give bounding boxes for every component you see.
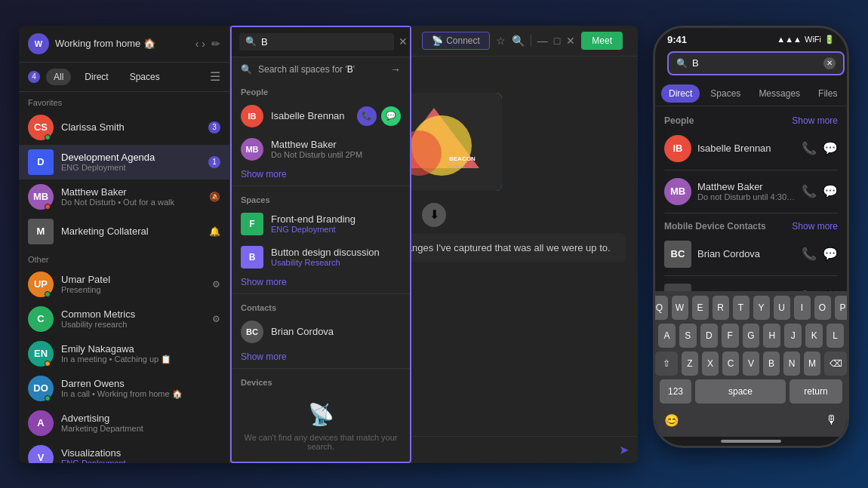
maximize-icon[interactable]: □ — [554, 35, 560, 47]
mobile-tab-messages[interactable]: Messages — [751, 84, 808, 103]
mobile-search-input[interactable] — [692, 57, 819, 69]
kb-shift[interactable]: ⇧ — [655, 351, 678, 376]
sidebar-header: W Working from home 🏠 ‹ › ✏ — [19, 26, 229, 63]
spaces-show-more[interactable]: Show more — [232, 274, 410, 290]
mobile-contacts-show-more[interactable]: Show more — [792, 221, 838, 232]
kb-v[interactable]: V — [743, 351, 759, 376]
connect-button[interactable]: 📡 Connect — [422, 32, 490, 50]
kb-l[interactable]: L — [826, 324, 844, 348]
people-show-more[interactable]: Show more — [232, 166, 410, 183]
search-space-button[interactable]: B Button design discussion Usability Res… — [232, 241, 410, 274]
kb-x[interactable]: X — [702, 351, 719, 376]
minimize-icon[interactable]: — — [537, 35, 548, 47]
meet-button[interactable]: Meet — [581, 32, 623, 50]
kb-return[interactable]: return — [790, 379, 842, 404]
settings-icon-umar[interactable]: ⚙ — [212, 279, 220, 290]
send-button[interactable]: ➤ — [619, 443, 629, 457]
search-close-icon[interactable]: ✕ — [399, 35, 408, 48]
kb-g[interactable]: G — [743, 324, 760, 348]
mobile-call-isabelle[interactable]: 📞 — [802, 141, 817, 155]
kb-q[interactable]: Q — [653, 296, 668, 320]
kb-m[interactable]: M — [804, 351, 820, 376]
more-options-icon[interactable]: ☆ — [496, 35, 506, 47]
mobile-chat-brian[interactable]: 💬 — [823, 247, 838, 261]
kb-r[interactable]: R — [713, 296, 729, 320]
mobile-contact-bellatrix[interactable]: BP Bellatrix Pataki 📞 💬 — [655, 278, 847, 291]
kb-t[interactable]: T — [733, 296, 749, 320]
mobile-tab-spaces[interactable]: Spaces — [703, 84, 748, 103]
kb-space[interactable]: space — [695, 379, 786, 404]
mobile-tab-files[interactable]: Files — [811, 84, 845, 103]
search-arrow-icon: → — [390, 63, 401, 75]
search-contact-brian[interactable]: BC Brian Cordova — [232, 315, 410, 348]
mobile-person-isabelle[interactable]: IB Isabelle Brennan 📞 💬 — [655, 129, 847, 168]
kb-o[interactable]: O — [814, 296, 831, 320]
sidebar-item-clarissa[interactable]: CS Clarissa Smith 3 — [19, 110, 229, 145]
kb-mic-btn[interactable]: 🎙 — [823, 410, 841, 430]
nav-back-icon[interactable]: ‹ — [195, 38, 199, 50]
tab-all[interactable]: All — [46, 69, 71, 85]
kb-j[interactable]: J — [784, 324, 802, 348]
kb-z[interactable]: Z — [682, 351, 698, 376]
kb-u[interactable]: U — [774, 296, 790, 320]
tab-direct[interactable]: Direct — [77, 69, 115, 85]
mobile-call-brian[interactable]: 📞 — [802, 247, 817, 261]
kb-emoji-btn[interactable]: 😊 — [661, 410, 682, 431]
sidebar-item-dev-agenda[interactable]: D Development Agenda ENG Deployment 1 — [19, 145, 229, 180]
kb-c[interactable]: C — [722, 351, 739, 376]
search-toolbar-icon[interactable]: 🔍 — [512, 35, 525, 47]
search-input[interactable] — [261, 36, 388, 48]
mobile-clear-button[interactable]: ✕ — [823, 57, 836, 69]
sidebar-item-advertising[interactable]: A Advertising Marketing Department — [19, 406, 229, 440]
download-icon[interactable]: ⬇ — [422, 203, 446, 227]
kb-i[interactable]: I — [794, 296, 811, 320]
kb-delete[interactable]: ⌫ — [824, 351, 847, 376]
search-space-frontend[interactable]: F Front-end Branding ENG Deployment — [232, 207, 410, 241]
mobile-people-show-more[interactable]: Show more — [792, 115, 838, 126]
close-icon[interactable]: ✕ — [566, 35, 575, 47]
kb-n[interactable]: N — [783, 351, 800, 376]
sidebar-item-vis[interactable]: V Visualizations ENG Deployment — [19, 440, 229, 463]
search-all-icon: 🔍 — [241, 64, 252, 75]
call-isabelle-btn[interactable]: 📞 — [357, 106, 377, 126]
kb-k[interactable]: K — [805, 324, 823, 348]
compose-icon[interactable]: ✏ — [211, 38, 220, 50]
kb-d[interactable]: D — [700, 324, 718, 348]
kb-f[interactable]: F — [722, 324, 739, 348]
sidebar-item-marketing[interactable]: M Marketing Collateral 🔔 — [19, 214, 229, 249]
filter-icon[interactable]: ☰ — [210, 69, 220, 84]
kb-w[interactable]: W — [672, 296, 688, 320]
search-all-spaces-row[interactable]: 🔍 Search all spaces for 'B' → — [232, 57, 410, 81]
kb-b[interactable]: B — [763, 351, 780, 376]
contacts-show-more[interactable]: Show more — [232, 348, 410, 365]
sidebar-item-common[interactable]: C Common Metrics Usability research ⚙ — [19, 302, 229, 336]
tab-spaces[interactable]: Spaces — [122, 69, 168, 85]
sidebar-item-matthew[interactable]: MB Matthew Baker Do Not Disturb • Out fo… — [19, 180, 229, 214]
kb-a[interactable]: A — [658, 324, 676, 348]
search-person-matthew[interactable]: MB Matthew Baker Do Not Disturb until 2P… — [232, 133, 410, 166]
chat-isabelle-btn[interactable]: 💬 — [381, 106, 401, 126]
mobile-contact-brian[interactable]: BC Brian Cordova 📞 💬 — [655, 235, 847, 274]
kb-e[interactable]: E — [692, 296, 709, 320]
sidebar-item-umar[interactable]: UP Umar Patel Presenting ⚙ — [19, 267, 229, 302]
mobile-chat-isabelle[interactable]: 💬 — [823, 141, 838, 155]
sidebar-item-darren[interactable]: DO Darren Owens In a call • Working from… — [19, 371, 229, 406]
kb-y[interactable]: Y — [753, 296, 770, 320]
user-avatar[interactable]: W — [28, 33, 49, 54]
sidebar-item-emily[interactable]: EN Emily Nakagawa In a meeting • Catchin… — [19, 336, 229, 371]
search-person-isabelle[interactable]: IB Isabelle Brennan 📞 💬 — [232, 100, 410, 133]
mobile-contacts-section: Mobile Device Contacts Show more — [655, 215, 847, 235]
kb-h[interactable]: H — [763, 324, 780, 348]
kb-s[interactable]: S — [679, 324, 697, 348]
kb-123[interactable]: 123 — [660, 379, 691, 404]
mobile-person-matthew[interactable]: MB Matthew Baker Do not Disturb until 4:… — [655, 172, 847, 211]
name-darren: Darren Owens — [61, 378, 220, 389]
kb-p[interactable]: P — [835, 296, 850, 320]
settings-icon-common[interactable]: ⚙ — [212, 314, 220, 324]
mobile-tab-direct[interactable]: Direct — [661, 84, 700, 103]
kb-row-2: A S D F G H J K L — [658, 324, 844, 348]
mobile-chat-matthew[interactable]: 💬 — [823, 184, 838, 198]
mobile-call-matthew[interactable]: 📞 — [802, 184, 817, 198]
mobile-sub-matthew: Do not Disturb until 4:30 PM ... — [697, 192, 796, 201]
nav-forward-icon[interactable]: › — [202, 38, 205, 50]
